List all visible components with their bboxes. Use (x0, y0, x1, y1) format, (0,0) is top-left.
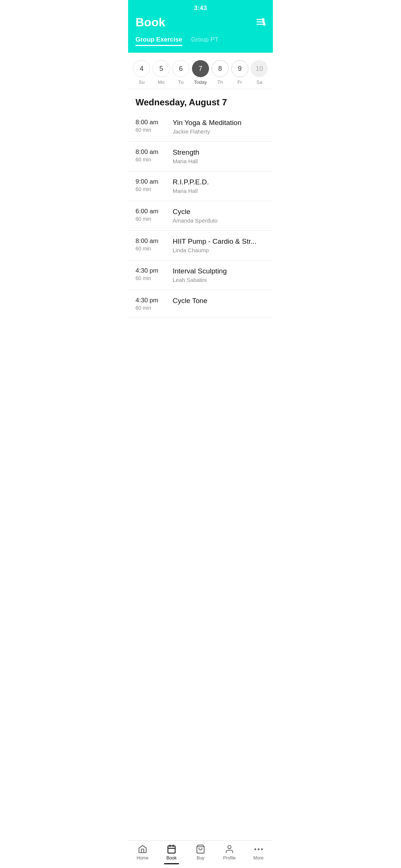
day-label-9: Fr (238, 79, 242, 85)
class-time: 8:00 am (136, 148, 165, 156)
day-label-7: Today (194, 79, 207, 85)
calendar-day-6[interactable]: 6Tu (172, 60, 189, 85)
class-name: Strength (173, 148, 265, 157)
class-name: R.I.P.P.E.D. (173, 178, 265, 186)
calendar-day-8[interactable]: 8Th (212, 60, 229, 85)
svg-point-4 (263, 21, 264, 22)
class-list: 8:00 am60 minYin Yoga & MeditationJackie… (128, 112, 273, 318)
class-time: 8:00 am (136, 237, 165, 245)
day-number-10: 10 (251, 60, 268, 77)
class-instructor: Jackie Flaherty (173, 128, 265, 135)
day-number-9: 9 (231, 60, 248, 77)
section-date: Wednesday, August 7 (128, 89, 273, 112)
tab-group-pt[interactable]: Group PT (191, 36, 219, 46)
class-name: Interval Sculpting (173, 267, 265, 275)
day-number-6: 6 (172, 60, 189, 77)
class-duration: 60 min (136, 186, 165, 192)
class-item[interactable]: 8:00 am60 minYin Yoga & MeditationJackie… (128, 112, 273, 142)
class-time: 9:00 am (136, 178, 165, 185)
class-name: HIIT Pump - Cardio & Str... (173, 237, 265, 246)
calendar-day-9[interactable]: 9Fr (231, 60, 248, 85)
class-item[interactable]: 8:00 am60 minHIIT Pump - Cardio & Str...… (128, 231, 273, 260)
day-number-4: 4 (133, 60, 150, 77)
content-area: Wednesday, August 7 8:00 am60 minYin Yog… (128, 89, 273, 351)
class-time: 8:00 am (136, 119, 165, 126)
header: Book (128, 12, 273, 29)
class-instructor: Maria Hall (173, 188, 265, 194)
svg-point-5 (264, 23, 265, 25)
class-duration: 60 min (136, 246, 165, 251)
class-duration: 60 min (136, 216, 165, 222)
calendar-day-4[interactable]: 4Su (133, 60, 150, 85)
day-number-8: 8 (212, 60, 229, 77)
calendar-day-7[interactable]: 7Today (192, 60, 209, 85)
filter-button[interactable] (256, 17, 265, 28)
class-duration: 60 min (136, 275, 165, 281)
class-name: Yin Yoga & Meditation (173, 119, 265, 127)
day-label-10: Sa (257, 79, 263, 85)
class-duration: 60 min (136, 157, 165, 162)
day-number-5: 5 (153, 60, 170, 77)
class-duration: 60 min (136, 127, 165, 133)
calendar-strip: 4Su5Mo6Tu7Today8Th9Fr10Sa (128, 53, 273, 89)
class-instructor: Leah Sabatini (173, 277, 265, 283)
class-name: Cycle (173, 208, 265, 216)
day-number-7: 7 (192, 60, 209, 77)
class-name: Cycle Tone (173, 297, 265, 305)
tab-group-exercise[interactable]: Group Exercise (136, 36, 182, 46)
class-time: 4:30 pm (136, 297, 165, 304)
calendar-day-10[interactable]: 10Sa (251, 60, 268, 85)
class-item[interactable]: 9:00 am60 minR.I.P.P.E.D.Maria Hall (128, 171, 273, 201)
class-time: 4:30 pm (136, 267, 165, 274)
page-title: Book (136, 16, 165, 29)
class-item[interactable]: 4:30 pm60 minInterval SculptingLeah Saba… (128, 260, 273, 290)
status-bar: 3:43 (128, 0, 273, 12)
class-time: 6:00 am (136, 208, 165, 215)
day-label-6: Tu (178, 79, 184, 85)
day-label-4: Su (138, 79, 144, 85)
tab-bar: Group Exercise Group PT (128, 29, 273, 53)
svg-point-3 (262, 19, 264, 20)
calendar-day-5[interactable]: 5Mo (153, 60, 170, 85)
class-item[interactable]: 4:30 pm60 minCycle Tone (128, 290, 273, 318)
day-label-5: Mo (158, 79, 164, 85)
class-instructor: Amanda Sperduto (173, 217, 265, 224)
class-duration: 60 min (136, 305, 165, 311)
day-label-8: Th (217, 79, 223, 85)
class-instructor: Linda Chaump (173, 247, 265, 253)
class-item[interactable]: 6:00 am60 minCycleAmanda Sperduto (128, 201, 273, 231)
status-time: 3:43 (194, 4, 207, 11)
class-instructor: Maria Hall (173, 158, 265, 164)
class-item[interactable]: 8:00 am60 minStrengthMaria Hall (128, 142, 273, 171)
